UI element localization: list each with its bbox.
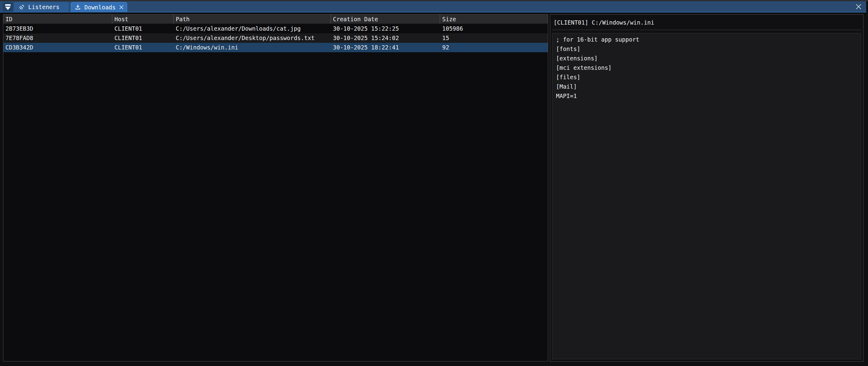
cell-creation-date: 30-10-2025 15:22:25 bbox=[331, 24, 440, 33]
column-header-path[interactable]: Path bbox=[174, 14, 331, 24]
cell-id: 7E78FAD8 bbox=[3, 33, 112, 43]
file-content-line: MAPI=1 bbox=[556, 91, 861, 101]
table-body: 2B73EB3D CLIENT01 C:/Users/alexander/Dow… bbox=[3, 24, 548, 52]
cell-path: C:/Windows/win.ini bbox=[174, 43, 331, 52]
satellite-icon bbox=[19, 4, 25, 10]
close-panel-button[interactable] bbox=[855, 3, 863, 11]
cell-size: 15 bbox=[440, 33, 548, 43]
cell-creation-date: 30-10-2025 15:24:02 bbox=[331, 33, 440, 43]
downloads-table: ID Host Path Creation Date Size 2B73EB3D… bbox=[3, 14, 548, 361]
column-header-size[interactable]: Size bbox=[440, 14, 548, 24]
file-content-line: [files] bbox=[556, 72, 861, 82]
close-tab-icon[interactable] bbox=[118, 4, 124, 10]
cell-host: CLIENT01 bbox=[112, 43, 174, 52]
collapse-tabs-icon bbox=[5, 4, 11, 10]
cell-id: 2B73EB3D bbox=[3, 24, 112, 33]
preview-separator bbox=[552, 30, 861, 30]
preview-title: [CLIENT01] C:/Windows/win.ini bbox=[554, 19, 654, 26]
table-row[interactable]: 2B73EB3D CLIENT01 C:/Users/alexander/Dow… bbox=[3, 24, 548, 33]
cell-path: C:/Users/alexander/Downloads/cat.jpg bbox=[174, 24, 331, 33]
file-content-line: [Mail] bbox=[556, 82, 861, 91]
tab-downloads[interactable]: Downloads bbox=[71, 2, 127, 12]
cell-host: CLIENT01 bbox=[112, 33, 174, 43]
column-header-id[interactable]: ID bbox=[3, 14, 112, 24]
cell-host: CLIENT01 bbox=[112, 24, 174, 33]
tabs-menu-button[interactable] bbox=[3, 2, 13, 12]
download-icon bbox=[75, 4, 81, 10]
table-row[interactable]: 7E78FAD8 CLIENT01 C:/Users/alexander/Des… bbox=[3, 33, 548, 43]
cell-path: C:/Users/alexander/Desktop/passwords.txt bbox=[174, 33, 331, 43]
cell-id: CD3B342D bbox=[3, 43, 112, 52]
cell-size: 105986 bbox=[440, 24, 548, 33]
file-content-line: [extensions] bbox=[556, 54, 861, 63]
file-content-line: [fonts] bbox=[556, 44, 861, 54]
tab-listeners[interactable]: Listeners bbox=[14, 2, 69, 12]
table-header: ID Host Path Creation Date Size bbox=[3, 14, 548, 24]
cell-size: 92 bbox=[440, 43, 548, 52]
tab-downloads-label: Downloads bbox=[84, 4, 116, 11]
file-content-view[interactable]: ; for 16-bit app support [fonts] [extens… bbox=[552, 33, 861, 359]
tab-listeners-label: Listeners bbox=[28, 4, 60, 10]
cell-creation-date: 30-10-2025 18:22:41 bbox=[331, 43, 440, 52]
file-content-line: [mci extensions] bbox=[556, 63, 861, 72]
column-header-creation-date[interactable]: Creation Date bbox=[331, 14, 440, 24]
close-icon bbox=[855, 3, 862, 10]
table-row[interactable]: CD3B342D CLIENT01 C:/Windows/win.ini 30-… bbox=[3, 43, 548, 52]
column-header-host[interactable]: Host bbox=[112, 14, 174, 24]
file-preview-pane: [CLIENT01] C:/Windows/win.ini ; for 16-b… bbox=[550, 14, 863, 362]
tab-bar: Listeners Downloads bbox=[0, 1, 866, 12]
file-content-line: ; for 16-bit app support bbox=[556, 35, 861, 44]
